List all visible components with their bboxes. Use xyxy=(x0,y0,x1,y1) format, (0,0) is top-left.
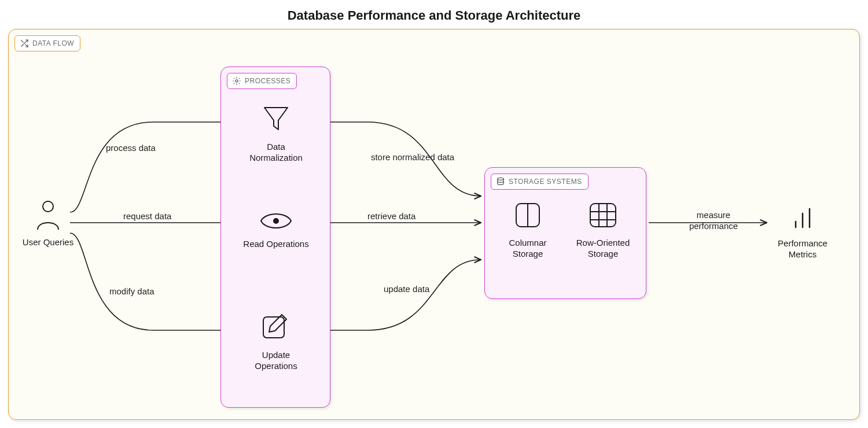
eye-icon xyxy=(241,209,311,235)
processes-badge: PROCESSES xyxy=(227,73,297,89)
node-data-normalization-label: Data Normalization xyxy=(241,142,311,164)
node-row-storage-label: Row-Oriented Storage xyxy=(571,238,635,260)
svg-point-1 xyxy=(236,80,238,82)
edge-label-request-data: request data xyxy=(123,211,171,221)
edge-label-process-data: process data xyxy=(106,143,156,153)
svg-point-2 xyxy=(274,219,278,223)
node-read-operations: Read Operations xyxy=(241,209,311,250)
edge-label-update-data: update data xyxy=(384,284,429,294)
data-flow-badge: DATA FLOW xyxy=(14,35,80,51)
data-flow-badge-label: DATA FLOW xyxy=(32,39,74,47)
node-update-operations-label: Update Operations xyxy=(241,350,311,372)
node-user-queries: User Queries xyxy=(19,198,77,248)
processes-badge-label: PROCESSES xyxy=(245,77,290,85)
shuffle-icon xyxy=(20,39,29,48)
node-row-storage: Row-Oriented Storage xyxy=(571,199,635,259)
svg-rect-6 xyxy=(590,204,616,227)
storage-badge-label: STORAGE SYSTEMS xyxy=(509,178,582,186)
node-read-operations-label: Read Operations xyxy=(241,239,311,250)
user-icon xyxy=(19,198,77,234)
processes-container: PROCESSES Data Normalization Read Operat… xyxy=(220,67,330,408)
edge-label-retrieve-data: retrieve data xyxy=(367,211,415,221)
storage-badge: STORAGE SYSTEMS xyxy=(491,174,589,190)
edge-label-measure-perf: measure performance xyxy=(673,210,754,232)
node-performance-metrics-label: Performance Metrics xyxy=(768,238,837,260)
gear-icon xyxy=(232,76,241,86)
bars-icon xyxy=(768,204,837,235)
node-columnar-storage: Columnar Storage xyxy=(496,199,560,259)
svg-point-3 xyxy=(498,178,504,180)
diagram-title: Database Performance and Storage Archite… xyxy=(0,8,868,23)
edit-icon xyxy=(241,311,311,346)
storage-container: STORAGE SYSTEMS Columnar Storage xyxy=(484,167,646,299)
database-icon xyxy=(496,177,505,186)
node-performance-metrics: Performance Metrics xyxy=(768,204,837,260)
node-update-operations: Update Operations xyxy=(241,311,311,371)
node-user-queries-label: User Queries xyxy=(19,237,77,248)
columns-icon xyxy=(496,199,560,234)
node-columnar-storage-label: Columnar Storage xyxy=(496,238,560,260)
data-flow-container: DATA FLOW process data request data modi… xyxy=(8,29,860,420)
svg-point-0 xyxy=(43,201,53,212)
edge-label-store-normalized: store normalized data xyxy=(366,152,459,163)
edge-label-modify-data: modify data xyxy=(109,286,155,296)
grid-icon xyxy=(571,199,635,234)
funnel-icon xyxy=(241,103,311,138)
node-data-normalization: Data Normalization xyxy=(241,103,311,163)
